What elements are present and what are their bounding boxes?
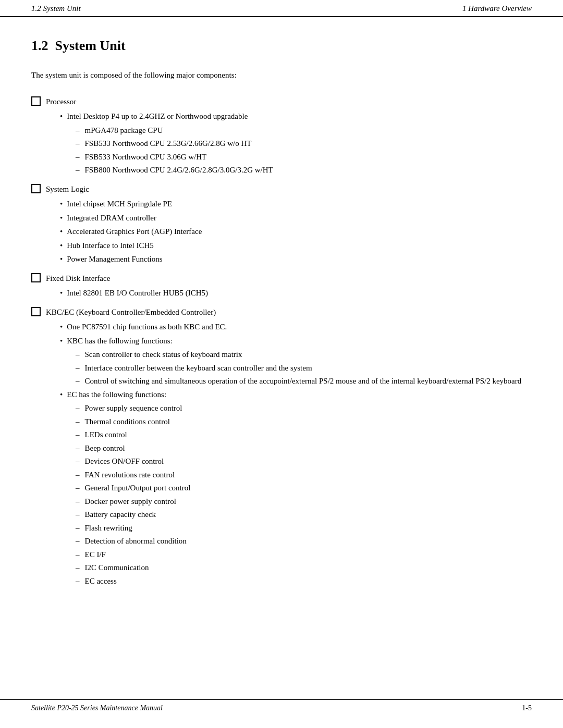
sub-list: •Intel Desktop P4 up to 2.4GHZ or Northw… [60, 110, 532, 176]
dash-item-text: FSB533 Northwood CPU 2.53G/2.66G/2.8G w/… [85, 138, 252, 150]
dash-icon: – [76, 562, 80, 574]
dash-icon: – [76, 535, 80, 547]
sub-list: •Intel 82801 EB I/O Controller HUB5 (ICH… [60, 287, 532, 299]
dash-item-text: Battery capacity check [85, 509, 156, 521]
checkbox-item: Processor [31, 96, 532, 108]
dash-item: –Flash rewriting [76, 522, 532, 534]
dash-list: –Power supply sequence control–Thermal c… [76, 402, 532, 587]
dash-item-text: FSB533 Northwood CPU 3.06G w/HT [85, 151, 207, 163]
dash-item: –Battery capacity check [76, 509, 532, 521]
bullet-dot-icon: • [60, 198, 63, 210]
dash-icon: – [76, 362, 80, 374]
dash-item: –EC I/F [76, 549, 532, 561]
dash-item-text: Flash rewriting [85, 522, 132, 534]
dash-icon: – [76, 164, 80, 176]
dash-item: –Docker power supply control [76, 496, 532, 508]
dash-item-text: General Input/Output port control [85, 482, 191, 494]
checkbox-label: Fixed Disk Interface [46, 273, 110, 285]
sub-list-item: •Hub Interface to Intel ICH5 [60, 240, 532, 252]
page: 1.2 System Unit 1 Hardware Overview 1.2 … [0, 0, 563, 728]
component-section: Fixed Disk Interface•Intel 82801 EB I/O … [31, 273, 532, 299]
dash-item-text: Detection of abnormal condition [85, 535, 187, 547]
dash-item: –mPGA478 package CPU [76, 125, 532, 137]
components-list: Processor•Intel Desktop P4 up to 2.4GHZ … [31, 96, 532, 587]
sub-list: •Intel chipset MCH Springdale PE•Integra… [60, 198, 532, 265]
checkbox-item: System Logic [31, 183, 532, 195]
bullet-dot-icon: • [60, 110, 63, 122]
sub-list-item: •EC has the following functions: [60, 389, 532, 401]
dash-icon: – [76, 349, 80, 361]
component-section: Processor•Intel Desktop P4 up to 2.4GHZ … [31, 96, 532, 176]
dash-item-text: LEDs control [85, 429, 127, 441]
sub-list-item: •Power Management Functions [60, 253, 532, 265]
bullet-dot-icon: • [60, 226, 63, 238]
sub-item-text: Intel chipset MCH Springdale PE [67, 198, 172, 210]
dash-item-text: Docker power supply control [85, 496, 176, 508]
sub-item-text: Intel 82801 EB I/O Controller HUB5 (ICH5… [67, 287, 208, 299]
sub-item-text: One PC87591 chip functions as both KBC a… [67, 321, 227, 333]
dash-item: –Power supply sequence control [76, 402, 532, 414]
dash-item: –FSB800 Northwood CPU 2.4G/2.6G/2.8G/3.0… [76, 164, 532, 176]
sub-list-item: •Integrated DRAM controller [60, 212, 532, 224]
checkbox-icon [31, 184, 41, 193]
dash-icon: – [76, 509, 80, 521]
dash-item: –Detection of abnormal condition [76, 535, 532, 547]
dash-icon: – [76, 138, 80, 150]
checkbox-label: Processor [46, 96, 76, 108]
bullet-dot-icon: • [60, 287, 63, 299]
header-left: 1.2 System Unit [31, 4, 81, 13]
dash-icon: – [76, 442, 80, 454]
sub-list-item: •One PC87591 chip functions as both KBC … [60, 321, 532, 333]
dash-item-text: I2C Communication [85, 562, 149, 574]
dash-icon: – [76, 125, 80, 137]
dash-icon: – [76, 429, 80, 441]
dash-item-text: Interface controller between the keyboar… [85, 362, 312, 374]
bullet-dot-icon: • [60, 321, 63, 333]
checkbox-icon [31, 307, 41, 316]
dash-icon: – [76, 522, 80, 534]
dash-icon: – [76, 375, 80, 387]
dash-item: –General Input/Output port control [76, 482, 532, 494]
dash-icon: – [76, 416, 80, 428]
dash-item-text: Thermal conditions control [85, 416, 170, 428]
dash-item: –FSB533 Northwood CPU 2.53G/2.66G/2.8G w… [76, 138, 532, 150]
sub-list-item: •Accelerated Graphics Port (AGP) Interfa… [60, 226, 532, 238]
dash-item-text: FAN revolutions rate control [85, 469, 175, 481]
sub-item-text: Intel Desktop P4 up to 2.4GHZ or Northwo… [67, 110, 248, 122]
dash-item: –I2C Communication [76, 562, 532, 574]
header: 1.2 System Unit 1 Hardware Overview [0, 0, 563, 17]
dash-item-text: Devices ON/OFF control [85, 455, 164, 467]
checkbox-label: System Logic [46, 183, 89, 195]
sub-list-item: •Intel 82801 EB I/O Controller HUB5 (ICH… [60, 287, 532, 299]
dash-item-text: Beep control [85, 442, 125, 454]
dash-item: –Scan controller to check status of keyb… [76, 349, 532, 361]
bullet-dot-icon: • [60, 212, 63, 224]
sub-list-item: •Intel chipset MCH Springdale PE [60, 198, 532, 210]
footer-page-number: 1-5 [522, 704, 532, 712]
header-right: 1 Hardware Overview [462, 4, 532, 13]
footer: Satellite P20-25 Series Maintenance Manu… [0, 699, 563, 712]
dash-item: –Control of switching and simultaneous o… [76, 375, 532, 387]
sub-item-text: Integrated DRAM controller [67, 212, 156, 224]
dash-item: –LEDs control [76, 429, 532, 441]
main-content: 1.2 System Unit The system unit is compo… [0, 17, 563, 625]
bullet-dot-icon: • [60, 253, 63, 265]
dash-icon: – [76, 402, 80, 414]
dash-item-text: mPGA478 package CPU [85, 125, 163, 137]
dash-item-text: Control of switching and simultaneous op… [85, 375, 522, 387]
sub-list: •One PC87591 chip functions as both KBC … [60, 321, 532, 587]
dash-icon: – [76, 455, 80, 467]
dash-icon: – [76, 575, 80, 587]
bullet-dot-icon: • [60, 389, 63, 401]
checkbox-icon [31, 273, 41, 282]
sub-item-text: KBC has the following functions: [67, 335, 173, 347]
footer-manual-title: Satellite P20-25 Series Maintenance Manu… [31, 704, 163, 712]
bullet-dot-icon: • [60, 240, 63, 252]
checkbox-icon [31, 96, 41, 106]
dash-item: –FSB533 Northwood CPU 3.06G w/HT [76, 151, 532, 163]
checkbox-item: Fixed Disk Interface [31, 273, 532, 285]
checkbox-label: KBC/EC (Keyboard Controller/Embedded Con… [46, 306, 216, 318]
sub-item-text: Accelerated Graphics Port (AGP) Interfac… [67, 226, 202, 238]
sub-item-text: Hub Interface to Intel ICH5 [67, 240, 154, 252]
component-section: System Logic•Intel chipset MCH Springdal… [31, 183, 532, 265]
